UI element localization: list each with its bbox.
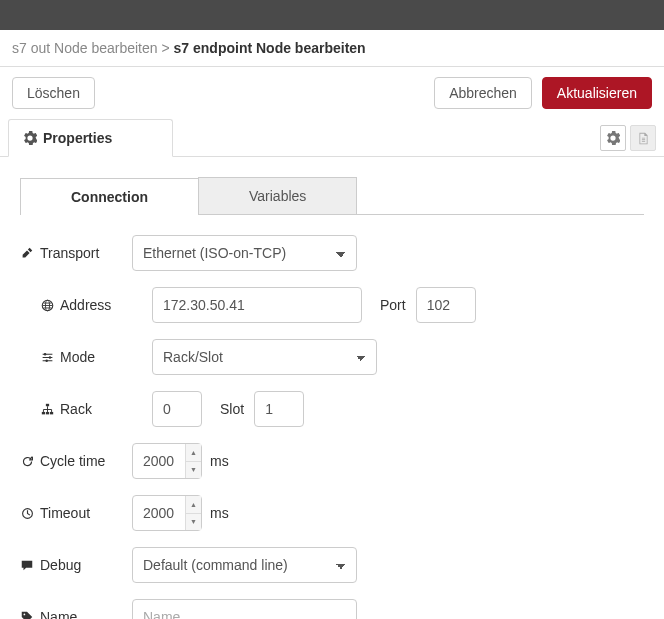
sliders-icon xyxy=(40,350,54,364)
mode-select[interactable]: Rack/Slot xyxy=(152,339,377,375)
globe-icon xyxy=(40,298,54,312)
plug-icon xyxy=(20,246,34,260)
comment-icon xyxy=(20,558,34,572)
refresh-icon xyxy=(20,454,34,468)
transport-label: Transport xyxy=(20,245,132,261)
cycle-time-unit: ms xyxy=(210,453,229,469)
breadcrumb-sep: > xyxy=(161,40,169,56)
sitemap-icon xyxy=(40,402,54,416)
action-row: Löschen Abbrechen Aktualisieren xyxy=(0,67,664,119)
timeout-label: Timeout xyxy=(20,505,132,521)
cancel-button[interactable]: Abbrechen xyxy=(434,77,532,109)
properties-header-row: Properties xyxy=(0,119,664,157)
window-topbar xyxy=(0,0,664,30)
gear-icon xyxy=(23,131,37,145)
svg-rect-7 xyxy=(45,411,48,413)
debug-select[interactable]: Default (command line) xyxy=(132,547,357,583)
delete-button[interactable]: Löschen xyxy=(12,77,95,109)
transport-select[interactable]: Ethernet (ISO-on-TCP) xyxy=(132,235,357,271)
tab-connection[interactable]: Connection xyxy=(20,178,199,215)
timeout-unit: ms xyxy=(210,505,229,521)
slot-label: Slot xyxy=(220,401,244,417)
name-input[interactable] xyxy=(132,599,357,619)
tab-variables[interactable]: Variables xyxy=(198,177,357,214)
cycle-time-spinner[interactable]: ▲▼ xyxy=(185,444,201,478)
port-label: Port xyxy=(380,297,406,313)
clock-icon xyxy=(20,506,34,520)
svg-rect-6 xyxy=(41,411,44,413)
svg-rect-5 xyxy=(45,403,48,405)
svg-point-3 xyxy=(48,356,50,358)
mode-label: Mode xyxy=(20,349,132,365)
slot-input[interactable] xyxy=(254,391,304,427)
cycle-time-label: Cycle time xyxy=(20,453,132,469)
document-icon-button[interactable] xyxy=(630,125,656,151)
debug-label: Debug xyxy=(20,557,132,573)
svg-point-4 xyxy=(45,359,47,361)
update-button[interactable]: Aktualisieren xyxy=(542,77,652,109)
port-input[interactable] xyxy=(416,287,476,323)
settings-icon-button[interactable] xyxy=(600,125,626,151)
timeout-spinner[interactable]: ▲▼ xyxy=(185,496,201,530)
tag-icon xyxy=(20,610,34,619)
svg-rect-8 xyxy=(49,411,52,413)
breadcrumb: s7 out Node bearbeiten > s7 endpoint Nod… xyxy=(0,30,664,67)
form-body: Connection Variables Transport Ethernet … xyxy=(0,157,664,619)
svg-point-2 xyxy=(43,353,45,355)
rack-input[interactable] xyxy=(152,391,202,427)
breadcrumb-parent[interactable]: s7 out Node bearbeiten xyxy=(12,40,158,56)
subtabs: Connection Variables xyxy=(20,177,644,215)
address-label: Address xyxy=(20,297,132,313)
properties-tab[interactable]: Properties xyxy=(8,119,173,157)
name-label: Name xyxy=(20,609,132,619)
properties-tab-label: Properties xyxy=(43,130,112,146)
address-input[interactable] xyxy=(152,287,362,323)
rack-label: Rack xyxy=(20,401,132,417)
breadcrumb-current: s7 endpoint Node bearbeiten xyxy=(174,40,366,56)
